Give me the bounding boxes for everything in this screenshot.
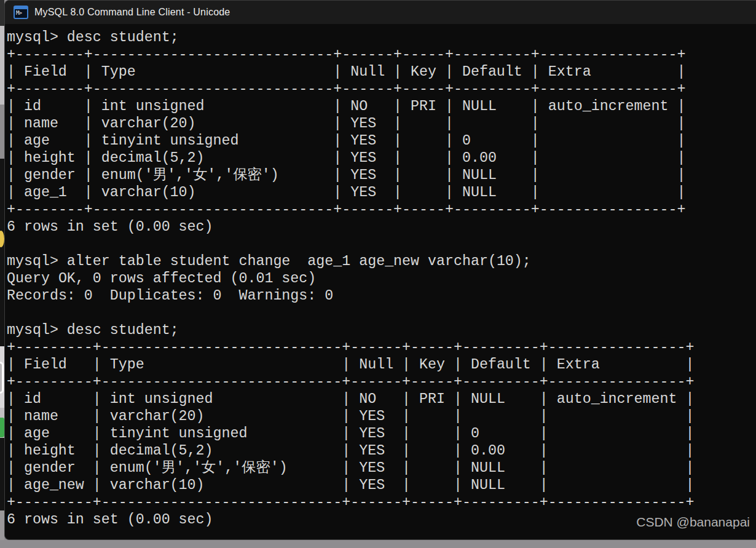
table-cell: age_1 xyxy=(24,184,67,201)
table-pipe: | xyxy=(677,63,685,81)
table-cell: int unsigned xyxy=(101,98,205,115)
mysql-console-icon[interactable]: M> xyxy=(14,6,28,19)
table-pipe: | xyxy=(531,184,540,201)
table-border: +---------+----------------------------+… xyxy=(7,339,756,356)
table-header-row: |Field|Type|Null|Key|Default|Extra| xyxy=(7,63,756,81)
table-pipe: | xyxy=(84,132,93,149)
table-cell: tinyint unsigned xyxy=(101,132,239,149)
table-pipe: | xyxy=(393,132,402,149)
table-header-cell: Null xyxy=(350,63,385,81)
table-pipe: | xyxy=(445,63,454,81)
table-row: |gender|enum('男','女','保密')|YES||NULL|| xyxy=(7,459,756,477)
table-pipe: | xyxy=(93,442,101,459)
table-header-cell: Field xyxy=(24,356,67,373)
table-cell: varchar(10) xyxy=(110,477,205,494)
table-cell: gender xyxy=(24,459,76,477)
table-pipe: | xyxy=(402,356,411,373)
table-cell: NULL xyxy=(462,167,497,184)
table-pipe: | xyxy=(84,167,93,184)
table-cell: YES xyxy=(350,132,376,149)
status-line: 6 rows in set (0.00 sec) xyxy=(7,218,756,236)
table-pipe: | xyxy=(685,425,694,442)
table-cell: NO xyxy=(350,98,368,115)
blank-line xyxy=(7,236,756,253)
table-pipe: | xyxy=(333,149,342,167)
table-row: |height|decimal(5,2)|YES||0.00|| xyxy=(7,149,756,167)
table-pipe: | xyxy=(445,149,454,167)
desktop-icon-partial xyxy=(0,362,4,394)
table-pipe: | xyxy=(84,184,93,201)
table-cell: 0.00 xyxy=(462,149,497,167)
table-pipe: | xyxy=(84,115,93,132)
table-header-cell: Key xyxy=(411,63,436,81)
table-header-cell: Type xyxy=(110,356,144,373)
table-header-cell: Key xyxy=(419,356,445,373)
table-pipe: | xyxy=(7,477,15,494)
table-pipe: | xyxy=(342,408,350,425)
table-pipe: | xyxy=(93,425,101,442)
table-border: +--------+----------------------------+-… xyxy=(7,46,756,63)
desktop-edge xyxy=(0,0,4,540)
table-header-cell: Default xyxy=(462,63,522,81)
table-pipe: | xyxy=(333,132,342,149)
table-pipe: | xyxy=(677,149,685,167)
table-pipe: | xyxy=(393,167,402,184)
table-pipe: | xyxy=(454,425,462,442)
table-pipe: | xyxy=(333,184,342,201)
terminal-screen[interactable]: mysql> desc student; +--------+---------… xyxy=(5,24,756,528)
table-cell: YES xyxy=(359,459,385,477)
query-result-line: Query OK, 0 rows affected (0.01 sec) xyxy=(7,270,756,287)
table-cell: id xyxy=(24,98,41,115)
table-border: +---------+----------------------------+… xyxy=(7,373,756,391)
table-cell: NULL xyxy=(471,459,505,477)
table-pipe: | xyxy=(540,356,548,373)
table-pipe: | xyxy=(402,442,411,459)
query-result-line: Records: 0 Duplicates: 0 Warnings: 0 xyxy=(7,287,756,304)
table-cell: varchar(20) xyxy=(101,115,196,132)
table-pipe: | xyxy=(333,98,342,115)
table-header-cell: Type xyxy=(101,63,136,81)
table-pipe: | xyxy=(93,459,101,477)
table-pipe: | xyxy=(393,63,402,81)
table-pipe: | xyxy=(677,167,685,184)
csdn-watermark: CSDN @bananapai xyxy=(636,515,750,530)
table-pipe: | xyxy=(685,391,694,408)
table-cell: age xyxy=(24,425,50,442)
table-cell: decimal(5,2) xyxy=(110,442,213,459)
table-pipe: | xyxy=(454,391,462,408)
table-pipe: | xyxy=(7,425,15,442)
table-pipe: | xyxy=(531,115,540,132)
table-cell: NULL xyxy=(471,391,505,408)
table-cell: YES xyxy=(350,149,376,167)
table-cell: 0 xyxy=(471,425,479,442)
table-row: |id|int unsigned|NO|PRI|NULL|auto_increm… xyxy=(7,391,756,408)
command-line: mysql> desc student; xyxy=(7,322,756,339)
table-pipe: | xyxy=(393,98,402,115)
table-cell: auto_increment xyxy=(557,391,677,408)
table-pipe: | xyxy=(531,98,540,115)
table-pipe: | xyxy=(393,115,402,132)
table-pipe: | xyxy=(93,477,101,494)
table-pipe: | xyxy=(402,391,411,408)
table-pipe: | xyxy=(342,477,350,494)
table-pipe: | xyxy=(402,459,411,477)
table-pipe: | xyxy=(333,115,342,132)
table-pipe: | xyxy=(531,63,540,81)
table-header-cell: Field xyxy=(24,63,67,81)
table-pipe: | xyxy=(333,63,342,81)
desktop-edge-segment xyxy=(0,159,4,346)
table-cell: age xyxy=(24,132,50,149)
window-titlebar[interactable]: M> MySQL 8.0 Command Line Client - Unico… xyxy=(5,1,756,24)
table-cell: NULL xyxy=(471,477,505,494)
table-pipe: | xyxy=(93,408,101,425)
table-cell: 0 xyxy=(462,132,471,149)
table-row: |gender|enum('男','女','保密')|YES||NULL|| xyxy=(7,167,756,184)
table-cell: name xyxy=(24,408,58,425)
table-pipe: | xyxy=(7,356,15,373)
table-cell: gender xyxy=(24,167,76,184)
table-pipe: | xyxy=(93,356,101,373)
table-cell: varchar(20) xyxy=(110,408,205,425)
table-pipe: | xyxy=(531,132,540,149)
table-row: |id|int unsigned|NO|PRI|NULL|auto_increm… xyxy=(7,98,756,115)
table-pipe: | xyxy=(84,149,93,167)
